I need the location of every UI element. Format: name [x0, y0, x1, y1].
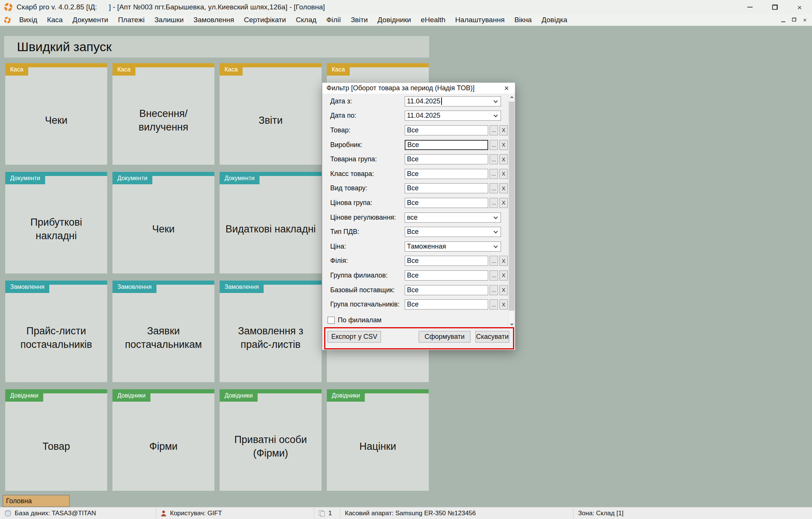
- tile-label: Звіти: [224, 80, 317, 161]
- cancel-button[interactable]: Скасувати: [475, 331, 509, 343]
- field-input-5[interactable]: Все: [405, 169, 488, 179]
- generate-button[interactable]: Сформувати: [419, 331, 471, 343]
- restore-icon: [792, 17, 796, 21]
- scrollbar-thumb[interactable]: [509, 102, 515, 311]
- menu-item-6[interactable]: Сертифікати: [239, 16, 291, 24]
- form-row-1: Дата по:11.04.2025: [322, 109, 509, 123]
- menu-item-2[interactable]: Документи: [68, 16, 113, 24]
- field-combo-1[interactable]: 11.04.2025: [405, 111, 501, 121]
- browse-button-3[interactable]: ...: [490, 140, 498, 150]
- clear-button-14[interactable]: X: [499, 299, 508, 310]
- form-row-8: Цінове регулювання:все: [322, 210, 509, 225]
- dialog-scrollbar[interactable]: [508, 94, 515, 327]
- dialog-close-button[interactable]: ×: [498, 83, 515, 94]
- clear-button-4[interactable]: X: [499, 154, 508, 164]
- browse-button-6[interactable]: ...: [490, 183, 498, 193]
- browse-button-12[interactable]: ...: [490, 270, 498, 281]
- mdi-minimize-button[interactable]: [781, 17, 785, 24]
- clear-button-12[interactable]: X: [499, 270, 508, 281]
- tile-label: Прибуткові накладні: [10, 188, 103, 270]
- browse-button-11[interactable]: ...: [490, 256, 498, 266]
- tile-9[interactable]: ЗамовленняЗаявки постачальникам: [112, 281, 214, 382]
- tab-golovna[interactable]: Головна: [3, 495, 70, 507]
- menu-item-10[interactable]: Довідники: [373, 16, 416, 24]
- field-input-13[interactable]: Все: [405, 285, 488, 295]
- menubar: ВихідКасаДокументиПлатежіЗалишкиЗамовлен…: [0, 14, 812, 26]
- browse-button-13[interactable]: ...: [490, 285, 498, 295]
- menu-item-5[interactable]: Замовлення: [188, 16, 239, 24]
- menu-item-11[interactable]: eHealth: [416, 16, 451, 24]
- scroll-up-button[interactable]: [508, 94, 515, 101]
- field-label-11: Філія:: [330, 257, 404, 265]
- minimize-button[interactable]: [738, 0, 762, 14]
- field-combo-10[interactable]: Таможенная: [405, 241, 501, 252]
- tile-category-tab: Каса: [327, 63, 350, 76]
- tile-6[interactable]: ДокументиВидаткові накладні: [220, 172, 322, 273]
- tile-8[interactable]: ЗамовленняПрайс-листи постачальників: [5, 281, 107, 382]
- tile-10[interactable]: ЗамовленняЗамовлення з прайс-листів: [220, 281, 322, 382]
- clear-button-6[interactable]: X: [499, 183, 508, 193]
- mdi-close-button[interactable]: ×: [803, 17, 807, 23]
- field-input-11[interactable]: Все: [405, 256, 488, 266]
- tile-label: Фірми: [117, 406, 210, 487]
- tile-category-tab: Документи: [112, 172, 152, 184]
- browse-button-5[interactable]: ...: [490, 169, 498, 179]
- clear-button-7[interactable]: X: [499, 198, 508, 208]
- browse-button-7[interactable]: ...: [490, 198, 498, 208]
- tile-2[interactable]: КасаЗвіти: [220, 63, 322, 165]
- dialog-title: Фильтр [Оборот товара за период (Надія Т…: [326, 84, 475, 92]
- restore-button[interactable]: [762, 0, 787, 14]
- field-combo-0[interactable]: 11.04.2025: [405, 96, 501, 106]
- browse-button-14[interactable]: ...: [490, 299, 498, 310]
- field-combo-8[interactable]: все: [405, 212, 501, 223]
- field-label-7: Цінова група:: [330, 199, 404, 207]
- field-input-2[interactable]: Все: [405, 125, 488, 135]
- menu-item-4[interactable]: Залишки: [149, 16, 188, 24]
- dialog-form: Дата з:11.04.2025Дата по:11.04.2025Товар…: [322, 94, 509, 312]
- tile-0[interactable]: КасаЧеки: [5, 63, 107, 165]
- field-input-3[interactable]: Все: [405, 140, 488, 150]
- menu-item-14[interactable]: Довідка: [537, 16, 572, 24]
- chevron-down-icon: [493, 113, 498, 117]
- tile-12[interactable]: ДовідникиТовар: [5, 389, 107, 491]
- tile-5[interactable]: ДокументиЧеки: [112, 172, 214, 273]
- mdi-restore-button[interactable]: [791, 17, 797, 24]
- menu-item-8[interactable]: Філії: [321, 16, 346, 24]
- menu-item-0[interactable]: Вихід: [14, 16, 42, 24]
- menu-item-1[interactable]: Каса: [42, 16, 68, 24]
- field-input-7[interactable]: Все: [405, 198, 488, 208]
- field-input-6[interactable]: Все: [405, 183, 488, 193]
- tile-category-tab: Документи: [220, 172, 260, 184]
- field-control-8: все: [405, 212, 501, 223]
- menu-item-9[interactable]: Звіти: [346, 16, 373, 24]
- field-input-14[interactable]: Все: [405, 299, 488, 310]
- tile-15[interactable]: ДовідникиНацінки: [327, 389, 429, 491]
- browse-button-2[interactable]: ...: [490, 125, 498, 135]
- clear-button-3[interactable]: X: [499, 140, 508, 150]
- clear-button-13[interactable]: X: [499, 285, 508, 295]
- field-label-4: Товарна група:: [330, 155, 404, 163]
- clear-button-11[interactable]: X: [499, 256, 508, 266]
- menu-item-7[interactable]: Склад: [291, 16, 321, 24]
- tile-4[interactable]: ДокументиПрибуткові накладні: [5, 172, 107, 273]
- field-input-12[interactable]: Все: [405, 270, 488, 281]
- field-combo-9[interactable]: Все: [405, 227, 501, 237]
- dialog-titlebar[interactable]: Фильтр [Оборот товара за период (Надія Т…: [322, 83, 515, 94]
- clear-button-5[interactable]: X: [499, 169, 508, 179]
- tile-13[interactable]: ДовідникиФірми: [112, 389, 214, 491]
- filter-dialog: Фильтр [Оборот товара за период (Надія Т…: [322, 82, 515, 350]
- clear-button-2[interactable]: X: [499, 125, 508, 135]
- tile-1[interactable]: КасаВнесення/вилучення: [112, 63, 214, 165]
- field-input-4[interactable]: Все: [405, 154, 488, 164]
- field-value: Все: [407, 228, 419, 236]
- export-csv-button[interactable]: Експорт у CSV: [328, 331, 381, 343]
- menu-item-13[interactable]: Вікна: [510, 16, 537, 24]
- scroll-down-button[interactable]: [508, 320, 515, 327]
- close-button[interactable]: ×: [787, 0, 812, 14]
- menu-item-3[interactable]: Платежі: [113, 16, 150, 24]
- field-control-12: Все...X: [405, 270, 508, 281]
- tile-14[interactable]: ДовідникиПриватні особи (Фірми): [220, 389, 322, 491]
- menu-item-12[interactable]: Налаштування: [450, 16, 509, 24]
- browse-button-4[interactable]: ...: [490, 154, 498, 164]
- by-branches-checkbox[interactable]: [328, 317, 335, 324]
